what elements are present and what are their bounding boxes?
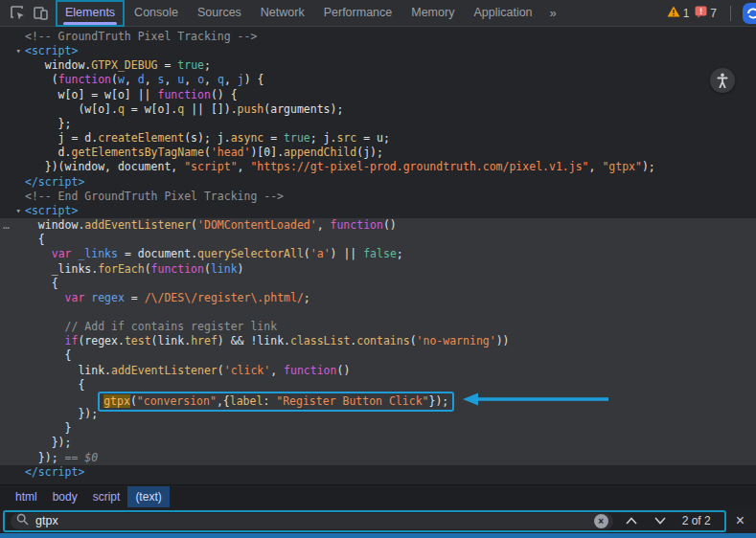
code-line[interactable]: })(window, document, "script", "https://… [0, 160, 756, 174]
code-line[interactable]: gtpx("conversion",{label: "Register Butt… [0, 392, 756, 407]
panel-tabs: Elements Console Sources Network Perform… [56, 0, 564, 27]
code-token: 'no-warning' [417, 334, 496, 347]
code-token: )) [496, 334, 510, 347]
code-line[interactable]: <!-- End GroundTruth Pixel Tracking --> [0, 190, 756, 204]
code-token: true [177, 58, 204, 72]
code-token: GTPX_DEBUG [91, 58, 157, 72]
code-line[interactable]: </script> [0, 465, 756, 480]
more-tabs-button[interactable]: » [542, 0, 564, 27]
search-input[interactable] [35, 514, 587, 527]
breadcrumb-body[interactable]: body [45, 486, 85, 507]
code-line[interactable]: }); [0, 436, 756, 450]
code-token: addEventListener [84, 218, 191, 232]
search-match-box: gtpx("conversion",{label: "Register Butt… [98, 392, 454, 412]
code-line[interactable]: … window.addEventListener('DOMContentLoa… [0, 218, 756, 233]
breadcrumb-html[interactable]: html [8, 486, 45, 507]
code-line[interactable]: // Add if contains register link [0, 320, 756, 334]
code-token: }); [25, 407, 98, 420]
next-match-button[interactable] [650, 512, 671, 530]
elements-tree: <!-- GroundTruth Pixel Tracking -->▾<scr… [0, 27, 756, 484]
gutter-spacer [0, 190, 21, 204]
tab-network[interactable]: Network [251, 0, 314, 27]
warnings-badge[interactable]: 1 [667, 6, 690, 20]
gutter-spacer [0, 58, 21, 73]
disclosure-arrow-icon[interactable]: ▾ [0, 44, 21, 58]
gutter-spacer [0, 348, 21, 363]
code-token: (s); j. [184, 131, 230, 145]
gutter-spacer [0, 233, 21, 247]
code-line[interactable]: (w[o].q = w[o].q || []).push(arguments); [0, 102, 756, 117]
code-token: </script> [25, 465, 84, 479]
code-token: src [336, 131, 356, 145]
disclosure-arrow-icon[interactable]: ▾ [0, 204, 21, 218]
code-token: ( [145, 262, 151, 276]
gutter-spacer [0, 364, 21, 378]
code-line[interactable]: { [0, 348, 756, 363]
tab-performance[interactable]: Performance [314, 0, 402, 27]
inspect-element-icon[interactable] [6, 1, 29, 26]
gutter-spacer [0, 30, 21, 44]
code-line[interactable]: }); == $0 [0, 451, 756, 465]
code-line[interactable]: ▾<script> [0, 44, 756, 58]
breadcrumb-script[interactable]: script [85, 486, 128, 507]
code-line[interactable]: (function(w, d, s, u, o, q, j) { [0, 73, 756, 87]
breadcrumb-text-node[interactable]: (text) [127, 486, 169, 507]
code-token: = [263, 131, 284, 145]
code-line[interactable] [0, 305, 756, 320]
code-line[interactable]: var regex = /\/DES\/register\.phtml/; [0, 291, 756, 305]
code-line[interactable]: link.addEventListener('click', function(… [0, 364, 756, 378]
code-line[interactable]: }; [0, 117, 756, 131]
close-search-icon[interactable]: × [726, 509, 750, 532]
breadcrumb: html body script (text) [0, 484, 756, 508]
gutter-spacer [0, 320, 21, 334]
code-token [25, 247, 52, 260]
code-token [25, 334, 65, 347]
tab-elements[interactable]: Elements [56, 0, 125, 27]
code-token: { [25, 277, 58, 290]
toolbar-status: 1 7 [667, 3, 756, 24]
tab-memory[interactable]: Memory [401, 0, 464, 27]
code-line[interactable]: } [0, 421, 756, 436]
profile-avatar[interactable] [743, 3, 756, 24]
code-line[interactable]: ▾<script> [0, 204, 756, 218]
device-toolbar-icon[interactable] [29, 1, 52, 26]
code-line[interactable]: { [0, 233, 756, 247]
code-token: ; [397, 247, 403, 260]
tab-sources[interactable]: Sources [188, 0, 251, 27]
code-token: , [125, 73, 138, 86]
code-line[interactable]: d.getElementsByTagName('head')[0].append… [0, 146, 756, 160]
code-token: var [65, 291, 85, 304]
code-token: , [238, 160, 251, 173]
code-line[interactable]: { [0, 378, 756, 392]
search-input-area[interactable]: × [11, 513, 613, 529]
gutter-spacer [0, 334, 21, 348]
gutter-spacer [0, 117, 21, 131]
code-line[interactable]: <!-- GroundTruth Pixel Tracking --> [0, 30, 756, 44]
code-token: : [263, 394, 276, 408]
expand-more-icon[interactable]: … [0, 218, 21, 233]
code-token: 'DOMContentLoaded' [197, 218, 317, 232]
code-line[interactable]: w[o] = w[o] || function() { [0, 88, 756, 102]
code-line[interactable]: j = d.createElement(s); j.async = true; … [0, 131, 756, 146]
code-token: ) [238, 262, 244, 276]
code-token: } [25, 421, 71, 435]
clear-search-icon[interactable]: × [594, 514, 608, 528]
code-token: <script> [25, 44, 78, 57]
code-line[interactable]: { [0, 277, 756, 291]
issues-badge[interactable]: 7 [695, 6, 717, 21]
gutter-spacer [0, 465, 21, 480]
gutter-spacer [0, 277, 21, 291]
code-line[interactable]: window.GTPX_DEBUG = true; [0, 58, 756, 73]
code-line[interactable]: </script> [0, 175, 756, 190]
code-line[interactable]: if(regex.test(link.href) && !link.classL… [0, 334, 756, 348]
tab-application[interactable]: Application [464, 0, 541, 27]
code-token: (j); [356, 146, 383, 159]
code-line[interactable]: var _links = document.querySelectorAll('… [0, 247, 756, 261]
code-line[interactable]: _links.forEach(function(link) [0, 262, 756, 277]
accessibility-person-icon[interactable] [710, 68, 735, 93]
code-token: querySelectorAll [197, 247, 304, 260]
tab-console[interactable]: Console [125, 0, 188, 27]
match-count: 2 of 2 [678, 514, 719, 527]
previous-match-button[interactable] [621, 512, 642, 530]
code-token: ( [304, 247, 310, 260]
